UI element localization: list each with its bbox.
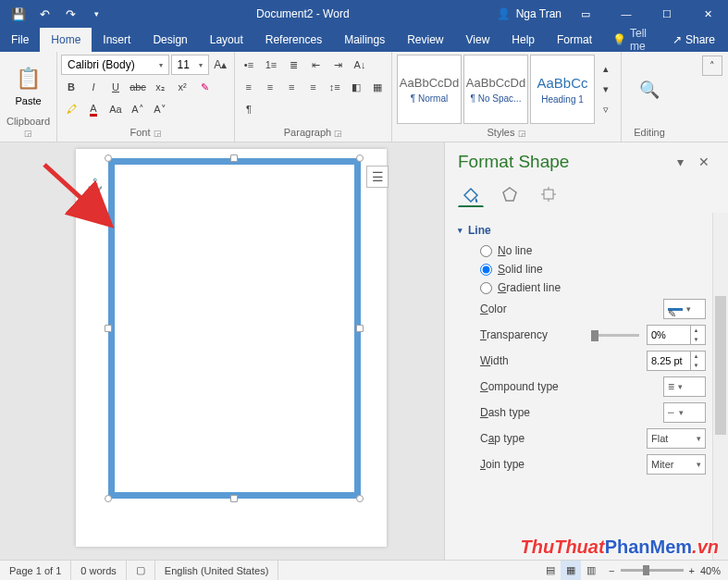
strikethrough-button[interactable]: abc <box>128 77 148 97</box>
underline-button[interactable]: U <box>105 77 126 97</box>
multilevel-button[interactable]: ≣ <box>283 55 303 75</box>
line-section-header[interactable]: ▾ Line <box>458 224 724 237</box>
layout-options-button[interactable]: ☰ <box>366 166 389 188</box>
view-web[interactable]: ▥ <box>581 561 601 581</box>
clear-format-button[interactable]: ✎ <box>194 77 215 97</box>
status-language[interactable]: English (United States) <box>155 561 279 580</box>
clipboard-launcher[interactable]: ◲ <box>24 129 32 138</box>
italic-button[interactable]: I <box>83 77 104 97</box>
tab-insert[interactable]: Insert <box>92 28 142 52</box>
tab-file[interactable]: File <box>0 28 40 52</box>
highlight-button[interactable]: 🖍 <box>61 99 81 119</box>
view-read[interactable]: ▤ <box>540 561 561 581</box>
resize-handle-mr[interactable] <box>356 325 364 332</box>
radio-solid-line[interactable]: Solid line <box>480 263 724 276</box>
align-right[interactable]: ≡ <box>282 77 302 97</box>
zoom-in[interactable]: + <box>689 565 695 576</box>
decrease-indent[interactable]: ⇤ <box>305 55 326 75</box>
font-name-dropdown[interactable]: Calibri (Body)▾ <box>61 55 169 75</box>
dash-dropdown[interactable]: ┄▾ <box>663 402 706 423</box>
font-grow[interactable]: A˄ <box>128 99 148 119</box>
resize-handle-ml[interactable] <box>105 325 112 332</box>
show-marks[interactable]: ¶ <box>239 99 259 119</box>
color-picker[interactable]: ✎▾ <box>663 299 706 319</box>
compound-dropdown[interactable]: ≡▾ <box>663 376 706 397</box>
view-print[interactable]: ▦ <box>561 561 581 581</box>
transparency-slider[interactable] <box>591 334 639 337</box>
style-heading1[interactable]: AaBbCc Heading 1 <box>530 55 595 124</box>
resize-handle-tr[interactable] <box>356 154 364 162</box>
tab-mailings[interactable]: Mailings <box>333 28 396 52</box>
close-button[interactable]: ✕ <box>687 0 728 28</box>
qat-customize[interactable]: ▾ <box>83 1 109 27</box>
bold-button[interactable]: B <box>61 77 81 97</box>
align-left[interactable]: ≡ <box>239 77 258 97</box>
font-color-button[interactable]: A <box>83 99 104 119</box>
tab-review[interactable]: Review <box>396 28 454 52</box>
grow-font[interactable]: A▴ <box>211 55 230 75</box>
status-spellcheck[interactable]: ▢ <box>127 561 155 580</box>
paragraph-launcher[interactable]: ◲ <box>334 129 342 138</box>
layout-tab[interactable] <box>536 181 561 207</box>
undo-button[interactable]: ↶ <box>31 1 57 27</box>
cap-dropdown[interactable]: Flat▾ <box>647 428 706 449</box>
join-dropdown[interactable]: Miter▾ <box>647 454 706 475</box>
effects-tab[interactable] <box>497 181 523 207</box>
resize-handle-bl[interactable] <box>105 495 112 502</box>
redo-button[interactable]: ↷ <box>57 1 83 27</box>
collapse-ribbon[interactable]: ˄ <box>702 56 722 76</box>
change-case-button[interactable]: Aa <box>105 99 126 119</box>
tab-view[interactable]: View <box>455 28 501 52</box>
justify[interactable]: ≡ <box>303 77 323 97</box>
pane-scrollbar[interactable] <box>712 213 728 560</box>
tab-design[interactable]: Design <box>142 28 198 52</box>
resize-handle-tl[interactable] <box>105 154 112 162</box>
increase-indent[interactable]: ⇥ <box>327 55 348 75</box>
line-spacing[interactable]: ↕≡ <box>325 77 344 97</box>
styles-gallery[interactable]: ▿ <box>596 100 616 120</box>
fill-line-tab[interactable] <box>458 181 484 207</box>
maximize-button[interactable]: ☐ <box>647 0 687 28</box>
styles-row-down[interactable]: ▾ <box>596 80 616 100</box>
zoom-level[interactable]: 40% <box>700 565 721 576</box>
font-launcher[interactable]: ◲ <box>154 129 162 138</box>
subscript-button[interactable]: x₂ <box>150 77 170 97</box>
width-spinner[interactable]: ▲▼ <box>647 351 706 371</box>
tab-home[interactable]: Home <box>40 28 92 52</box>
ribbon-display-options[interactable]: ▭ <box>565 0 606 28</box>
find-icon[interactable]: 🔍 <box>639 80 660 100</box>
share-button[interactable]: ↗Share <box>660 28 728 52</box>
borders-button[interactable]: ▦ <box>368 77 388 97</box>
tab-references[interactable]: References <box>254 28 333 52</box>
numbering-button[interactable]: 1≡ <box>261 55 281 75</box>
radio-gradient-line[interactable]: Gradient line <box>480 281 724 294</box>
tab-help[interactable]: Help <box>500 28 546 52</box>
resize-handle-br[interactable] <box>356 495 364 502</box>
align-center[interactable]: ≡ <box>260 77 279 97</box>
bullets-button[interactable]: •≡ <box>239 55 259 75</box>
styles-launcher[interactable]: ◲ <box>518 129 526 138</box>
resize-handle-bc[interactable] <box>230 495 238 502</box>
radio-no-line[interactable]: No line <box>480 244 724 257</box>
status-page[interactable]: Page 1 of 1 <box>0 561 71 580</box>
selected-shape[interactable] <box>108 158 361 499</box>
styles-row-up[interactable]: ▴ <box>596 59 616 80</box>
transparency-spinner[interactable]: ▲▼ <box>647 325 706 345</box>
font-shrink[interactable]: A˅ <box>150 99 170 119</box>
zoom-out[interactable]: − <box>609 565 614 576</box>
tab-format[interactable]: Format <box>546 28 603 52</box>
sort-button[interactable]: A↓ <box>350 55 370 75</box>
font-size-dropdown[interactable]: 11▾ <box>171 55 209 75</box>
save-button[interactable]: 💾 <box>6 1 31 27</box>
status-words[interactable]: 0 words <box>71 561 127 580</box>
resize-handle-tc[interactable] <box>230 154 238 162</box>
tell-me[interactable]: 💡Tell me <box>603 28 660 52</box>
shading[interactable]: ◧ <box>346 77 365 97</box>
style-nospacing[interactable]: AaBbCcDd ¶ No Spac... <box>463 55 528 124</box>
minimize-button[interactable]: — <box>606 0 647 28</box>
document-canvas[interactable]: ⚓ ☰ <box>0 142 444 560</box>
paste-button[interactable]: Paste <box>12 95 45 106</box>
pane-close[interactable]: ✕ <box>693 154 715 169</box>
pane-options[interactable]: ▾ <box>672 154 689 169</box>
zoom-slider[interactable] <box>621 569 684 572</box>
